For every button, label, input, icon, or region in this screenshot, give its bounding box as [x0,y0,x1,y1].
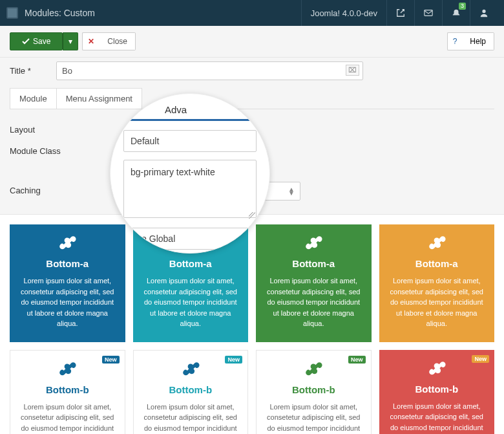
joomla-icon [388,360,486,378]
new-badge: New [102,356,120,363]
save-dropdown-button[interactable]: ▾ [63,32,78,50]
joomla-icon [266,361,362,379]
brand: Modules: Custom [6,7,301,19]
new-badge: New [348,356,366,363]
card-text: Lorem ipsum dolor sit amet, consetetur a… [388,401,486,435]
title-field-label: Title * [10,66,48,76]
card-title: Bottom-a [265,258,362,269]
card-text: Lorem ipsum dolor sit amet, consetetur a… [143,402,239,435]
tabs: Module Menu Assignment [10,88,494,109]
joomla-icon [143,361,239,379]
page-title: Modules: Custom [25,8,95,18]
notification-badge: 3 [459,3,466,10]
close-x-button[interactable]: ✕ [82,32,100,50]
module-preview-grid: Bottom-a Lorem ipsum dolor sit amet, con… [0,215,504,434]
user-icon[interactable] [470,0,498,26]
mag-layout-select[interactable]: Default [123,130,257,152]
card-title: Bottom-a [142,258,240,269]
joomla-icon [19,235,116,253]
card-text: Lorem ipsum dolor sit amet, consetetur a… [142,276,240,329]
joomla-cube-icon [6,7,18,19]
form-area: Title * ⌧ Module Menu Assignment Layout … [0,58,504,215]
card-text: Lorem ipsum dolor sit amet, consetetur a… [19,402,116,435]
card-title: Bottom-b [388,384,486,395]
save-button[interactable]: Save [10,32,63,50]
card-text: Lorem ipsum dolor sit amet, consetetur a… [265,276,362,329]
card-bottom-b-3: New Bottom-b Lorem ipsum dolor sit amet,… [256,350,372,435]
svg-rect-0 [8,8,17,17]
module-class-label: Module Class [10,142,120,156]
title-input[interactable] [56,61,363,80]
version-label: Joomla! 4.0.0-dev [301,0,386,26]
top-navbar: Modules: Custom Joomla! 4.0.0-dev 3 [0,0,504,26]
card-text: Lorem ipsum dolor sit amet, consetetur a… [19,276,116,329]
new-badge: New [472,355,489,363]
tab-menu-assignment[interactable]: Menu Assignment [56,88,142,109]
tab-module[interactable]: Module [10,88,57,109]
card-bottom-a-3: Bottom-a Lorem ipsum dolor sit amet, con… [256,224,372,342]
card-bottom-a-4: Bottom-a Lorem ipsum dolor sit amet, con… [379,224,495,342]
help-icon[interactable]: ? [447,32,463,50]
new-badge: New [225,356,242,363]
select-arrows-icon: ▲▼ [288,188,295,195]
mail-icon[interactable] [414,0,442,26]
bell-icon[interactable]: 3 [442,0,470,26]
card-text: Lorem ipsum dolor sit amet, consetetur a… [388,276,486,329]
external-link-icon[interactable] [386,0,414,26]
card-title: Bottom-a [19,258,116,269]
card-title: Bottom-b [266,384,362,395]
joomla-icon [265,235,362,253]
joomla-icon [19,361,116,379]
help-button[interactable]: Help [462,32,494,50]
card-bottom-b-1: New Bottom-b Lorem ipsum dolor sit amet,… [10,350,125,435]
card-bottom-b-4: New Bottom-b Lorem ipsum dolor sit amet,… [379,350,495,435]
title-clear-icon[interactable]: ⌧ [346,65,359,76]
toolbar-area: Save ▾ ✕ Close ? Help [0,26,504,58]
card-title: Bottom-b [19,384,116,395]
svg-point-2 [482,10,485,13]
resize-handle-icon[interactable] [249,212,255,219]
card-text: Lorem ipsum dolor sit amet, consetetur a… [266,402,362,435]
layout-label: Layout [10,121,120,135]
card-title: Bottom-a [388,258,486,269]
mag-module-class-input[interactable]: bg-primary text-white [123,160,257,218]
close-button[interactable]: Close [100,32,136,50]
joomla-icon [388,235,486,253]
magnified-view: Adva Default bg-primary text-white Use G… [110,93,270,254]
card-bottom-b-2: New Bottom-b Lorem ipsum dolor sit amet,… [133,350,249,435]
save-button-label: Save [33,37,50,46]
card-bottom-a-1: Bottom-a Lorem ipsum dolor sit amet, con… [10,224,125,342]
card-title: Bottom-b [143,384,239,395]
caching-label: Caching [10,182,120,195]
svg-rect-1 [425,10,432,16]
